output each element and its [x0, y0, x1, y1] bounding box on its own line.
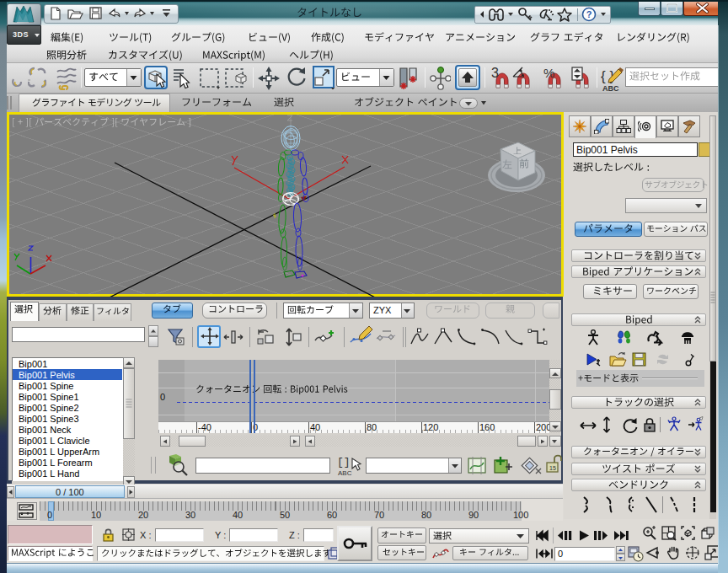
svg-text:ABC: ABC — [602, 84, 619, 93]
svg-text:15: 15 — [549, 465, 556, 471]
svg-text:3: 3 — [491, 67, 499, 80]
svg-text:[]: [] — [337, 456, 351, 469]
svg-text:ABC: ABC — [338, 469, 352, 477]
svg-text:%: % — [543, 67, 554, 80]
svg-text:?: ? — [586, 9, 592, 19]
